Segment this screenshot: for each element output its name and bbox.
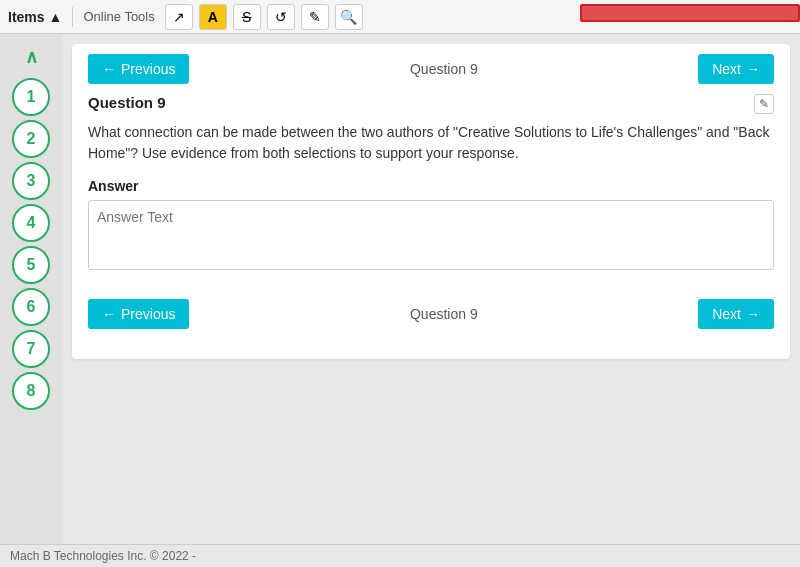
items-label: Items [8, 9, 45, 25]
pencil-tool-button[interactable]: ✎ [301, 4, 329, 30]
text-tool-button[interactable]: A [199, 4, 227, 30]
toolbar: Items ▲ Online Tools ↗ A S ↺ ✎ 🔍 [0, 0, 800, 34]
red-bar-decoration [580, 4, 800, 22]
bottom-previous-button[interactable]: ← Previous [88, 299, 189, 329]
pointer-tool-button[interactable]: ↗ [165, 4, 193, 30]
footer: Mach B Technologies Inc. © 2022 - [0, 544, 800, 567]
items-chevron-icon: ▲ [49, 9, 63, 25]
question-header-row: Question 9 ✎ [88, 94, 774, 114]
sidebar-item-6[interactable]: 6 [12, 288, 50, 326]
footer-text: Mach B Technologies Inc. © 2022 - [10, 549, 196, 563]
sidebar-item-5[interactable]: 5 [12, 246, 50, 284]
strikethrough-tool-button[interactable]: S [233, 4, 261, 30]
bottom-next-button[interactable]: Next → [698, 299, 774, 329]
prev-label-bottom: Previous [121, 306, 175, 322]
bottom-nav-row: ← Previous Question 9 Next → [72, 289, 790, 339]
prev-arrow-icon-bottom: ← [102, 306, 116, 322]
sidebar: ∧ 1 2 3 4 5 6 7 8 [0, 34, 62, 544]
question-text: What connection can be made between the … [88, 122, 774, 164]
prev-label: Previous [121, 61, 175, 77]
toolbar-divider [72, 7, 73, 27]
sidebar-item-1[interactable]: 1 [12, 78, 50, 116]
top-nav-row: ← Previous Question 9 Next → [72, 44, 790, 94]
top-question-label: Question 9 [410, 61, 478, 77]
bottom-question-label: Question 9 [410, 306, 478, 322]
next-label-top: Next [712, 61, 741, 77]
question-body: Question 9 ✎ What connection can be made… [72, 94, 790, 273]
sidebar-item-7[interactable]: 7 [12, 330, 50, 368]
next-arrow-icon-top: → [746, 61, 760, 77]
question-title: Question 9 [88, 94, 166, 111]
sidebar-item-2[interactable]: 2 [12, 120, 50, 158]
answer-label: Answer [88, 178, 774, 194]
edit-question-button[interactable]: ✎ [754, 94, 774, 114]
next-arrow-icon-bottom: → [746, 306, 760, 322]
items-button[interactable]: Items ▲ [8, 9, 62, 25]
prev-arrow-icon: ← [102, 61, 116, 77]
question-card: ← Previous Question 9 Next → Question 9 … [72, 44, 790, 359]
undo-tool-button[interactable]: ↺ [267, 4, 295, 30]
main-area: ∧ 1 2 3 4 5 6 7 8 ← Previous Question 9 … [0, 34, 800, 544]
sidebar-item-3[interactable]: 3 [12, 162, 50, 200]
next-label-bottom: Next [712, 306, 741, 322]
answer-textarea[interactable] [88, 200, 774, 270]
online-tools-label: Online Tools [83, 9, 154, 24]
search-tool-button[interactable]: 🔍 [335, 4, 363, 30]
sidebar-item-4[interactable]: 4 [12, 204, 50, 242]
content-panel: ← Previous Question 9 Next → Question 9 … [62, 34, 800, 544]
top-next-button[interactable]: Next → [698, 54, 774, 84]
sidebar-item-8[interactable]: 8 [12, 372, 50, 410]
sidebar-collapse-button[interactable]: ∧ [14, 40, 48, 74]
top-previous-button[interactable]: ← Previous [88, 54, 189, 84]
